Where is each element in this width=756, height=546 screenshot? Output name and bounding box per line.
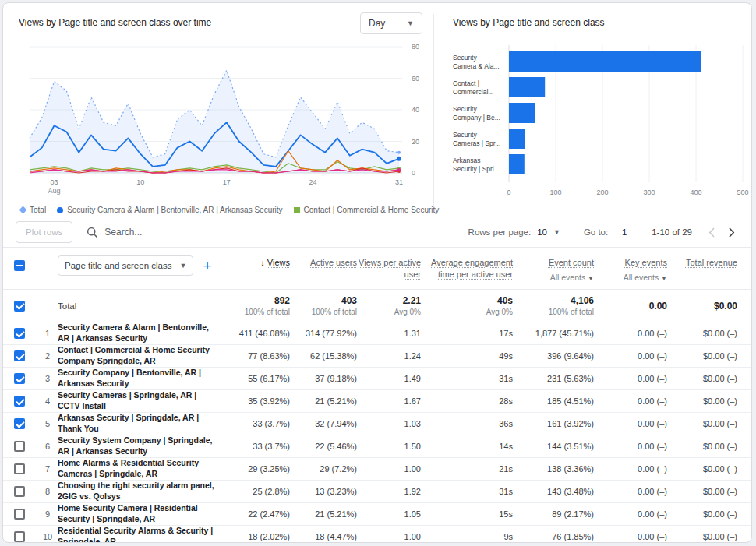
column-header-label: Active users (310, 258, 357, 267)
row-checkbox[interactable] (14, 531, 25, 542)
metric-cell: 37 (9.18%) (290, 374, 357, 383)
y-tick-label: 60 (412, 75, 419, 83)
metric-cell: 33 (3.7%) (221, 442, 290, 451)
metric-cell: 17s (421, 329, 513, 338)
metric-cell: 1.31 (357, 329, 421, 338)
column-header-label: Event count (549, 258, 594, 267)
x-tick-label: 0 (507, 188, 510, 196)
bar-category-label: Security (453, 54, 477, 62)
legend-label: Total (30, 206, 46, 214)
add-dimension-button[interactable]: + (203, 259, 211, 273)
metric-cell: $0.00 (–) (667, 532, 737, 541)
metric-cell: 89 (2.17%) (513, 509, 594, 519)
metric-cell: 32 (7.94%) (290, 419, 357, 428)
metric-cell: 0.00 (–) (594, 442, 667, 451)
totals-value: 0.00 (594, 301, 667, 312)
plot-rows-button[interactable]: Plot rows (16, 221, 72, 243)
bar (509, 51, 701, 72)
dimension-selector[interactable]: Page title and screen class ▼ (58, 255, 193, 276)
column-header-average-engagement-time-per-active-user[interactable]: Average engagement time per active user (421, 255, 513, 280)
metric-cell: 22 (5.46%) (290, 442, 357, 451)
column-header-event-count[interactable]: Event countAll events ▼ (513, 255, 594, 283)
next-page-button[interactable] (725, 226, 739, 239)
totals-label: Total (58, 301, 221, 311)
chevron-left-icon (708, 227, 715, 238)
select-all-checkbox[interactable] (14, 260, 25, 271)
series-area (30, 70, 399, 173)
y-tick-label: 40 (412, 106, 419, 114)
metric-cell: $0.00 (–) (667, 329, 737, 338)
go-to-page-input[interactable] (614, 227, 634, 237)
granularity-value: Day (369, 18, 385, 29)
metric-cell: 21 (5.21%) (290, 396, 357, 406)
metric-cell: $0.00 (–) (667, 464, 737, 474)
column-header-views-per-active-user[interactable]: Views per active user (357, 255, 421, 280)
line-chart-svg: 02040608003Aug10172431 (19, 42, 433, 201)
row-index: 3 (37, 374, 58, 383)
rows-per-page-select[interactable]: 10 ▼ (537, 227, 560, 237)
row-checkbox[interactable] (14, 486, 25, 497)
legend-label: Contact | Commercial & Home Security Com… (304, 206, 440, 214)
column-filter-key-events[interactable]: All events ▼ (594, 272, 667, 283)
series-endpoint (397, 157, 401, 161)
row-checkbox[interactable] (14, 509, 25, 520)
row-index: 8 (37, 487, 58, 496)
metric-cell: 1.00 (357, 464, 421, 474)
pagination-range: 1-10 of 29 (652, 227, 692, 237)
bar-category-label: Arkansas (453, 157, 480, 164)
page-title-cell: Residential Security Alarms & Security |… (58, 526, 221, 542)
totals-checkbox[interactable] (14, 301, 25, 312)
row-checkbox[interactable] (14, 441, 25, 452)
page-title-cell: Home Alarms & Residential Security Camer… (58, 458, 221, 479)
table-body: 1Security Camera & Alarm | Bentonville, … (3, 322, 751, 542)
bar (509, 154, 525, 174)
totals-row: Total 892100% of total403100% of total2.… (3, 290, 751, 322)
metric-cell: $0.00 (–) (667, 419, 737, 428)
metric-cell: $0.00 (–) (667, 487, 737, 496)
bar-category-label: Security | Spri... (453, 165, 500, 173)
previous-page-button[interactable] (705, 226, 719, 239)
metric-cell: 76 (1.85%) (513, 532, 594, 541)
bar-category-label: Commercial... (453, 88, 493, 96)
totals-value: $0.00 (667, 301, 737, 312)
totals-cell: 4,106100% of total (513, 295, 594, 316)
row-index: 1 (37, 329, 58, 338)
y-tick-label: 20 (412, 138, 419, 146)
column-header-label: Key events (625, 258, 667, 267)
column-header-views[interactable]: ↓Views (221, 255, 290, 269)
x-tick-label: 03 (51, 178, 58, 186)
column-header-active-users[interactable]: Active users (290, 255, 357, 269)
row-checkbox[interactable] (14, 373, 25, 384)
metric-cell: 231 (5.63%) (513, 374, 594, 383)
metric-cell: 1.49 (357, 374, 421, 383)
granularity-select[interactable]: Day ▼ (360, 12, 422, 34)
row-index: 7 (37, 464, 58, 474)
metric-cell: 0.00 (–) (594, 464, 667, 474)
table-row: 1Security Camera & Alarm | Bentonville, … (3, 322, 751, 345)
row-checkbox[interactable] (14, 350, 25, 361)
column-filter-event-count[interactable]: All events ▼ (513, 272, 594, 283)
row-checkbox[interactable] (14, 328, 25, 339)
x-tick-label: 100 (549, 188, 561, 196)
table-row: 4Security Cameras | Springdale, AR | CCT… (3, 390, 751, 413)
chevron-down-icon: ▼ (179, 262, 186, 269)
search-input[interactable] (104, 227, 245, 238)
metric-cell: 33 (3.7%) (221, 419, 290, 428)
metric-cell: 0.00 (–) (594, 487, 667, 496)
row-checkbox[interactable] (14, 418, 25, 429)
page-title-cell: Security Camera & Alarm | Bentonville, A… (58, 322, 221, 343)
row-checkbox[interactable] (14, 396, 25, 407)
metric-cell: 35 (3.92%) (221, 396, 290, 406)
metric-cell: 0.00 (–) (594, 419, 667, 428)
bar-category-label: Company | Be... (453, 114, 500, 122)
metric-cell: 9s (421, 532, 513, 541)
row-checkbox[interactable] (14, 463, 25, 474)
metric-cell: $0.00 (–) (667, 396, 737, 406)
metric-cell: 1.03 (357, 419, 421, 428)
x-tick-label: 500 (737, 188, 748, 196)
metric-cell: 1.92 (357, 487, 421, 496)
row-index: 2 (37, 351, 58, 361)
column-header-key-events[interactable]: Key eventsAll events ▼ (594, 255, 667, 283)
metric-cell: 161 (3.92%) (513, 419, 594, 428)
column-header-total-revenue[interactable]: Total revenue (667, 255, 737, 269)
